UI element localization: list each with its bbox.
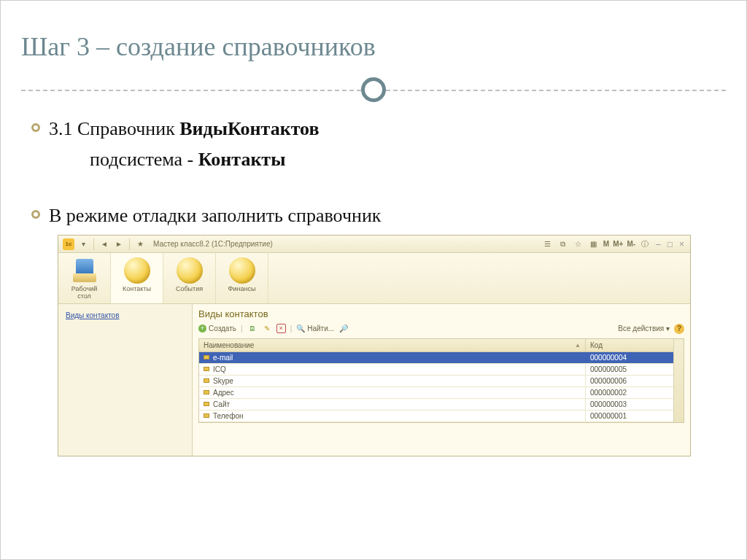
sphere-icon [229,257,255,284]
nav-contacts[interactable]: Контакты [111,253,163,303]
sphere-icon [124,257,150,284]
bullet-2: В режиме отладки заполнить справочник [49,203,381,229]
clear-search-icon[interactable]: 🔎 [338,324,349,334]
item-icon [204,355,209,359]
toolbar-icon[interactable]: ☆ [573,238,584,250]
table-row[interactable]: Skype000000006 [199,376,673,387]
section-tabs: Рабочий стол Контакты События Финансы [58,253,690,304]
nav-finance[interactable]: Финансы [216,253,268,303]
toolbar-icon[interactable]: ▦ [588,238,600,250]
toolbar-icon[interactable]: ☰ [542,238,554,250]
divider [21,82,726,97]
edit-icon[interactable]: ✎ [262,324,272,334]
favorite-icon[interactable]: ★ [134,238,146,250]
table-row[interactable]: Телефон000000001 [199,411,673,422]
titlebar: 1c ▾ ◄ ► ★ Мастер класс8.2 (1С:Предприят… [58,236,690,253]
nav-events[interactable]: События [163,253,216,303]
create-button[interactable]: + Создать [198,324,236,332]
help-icon[interactable]: ? [674,324,684,334]
item-icon [204,378,209,383]
copy-icon[interactable]: 🗎 [247,324,258,334]
table-row[interactable]: Сайт000000003 [199,399,673,411]
info-icon[interactable]: ⓘ [639,238,651,250]
sidebar-link-contact-types[interactable]: Виды контактов [66,311,120,319]
item-icon [204,367,209,371]
search-icon: 🔍 [296,324,305,332]
plus-icon: + [198,324,206,332]
nav-desktop[interactable]: Рабочий стол [58,253,111,303]
toolbar-icon[interactable]: ⧉ [557,238,569,250]
data-grid: Наименование ▲ Код e-mail000000004ICQ000… [198,338,684,423]
sidebar: Виды контактов [58,304,193,456]
panel-toolbar: + Создать | 🗎 ✎ × | 🔍 Найти... 🔎 Все дей… [198,322,684,338]
app-logo-icon: 1c [63,238,74,250]
desktop-icon [71,257,98,284]
sort-asc-icon: ▲ [575,342,581,349]
bullet-icon [31,123,40,132]
dropdown-icon[interactable]: ▾ [77,238,89,250]
panel-title: Виды контактов [198,308,684,319]
sphere-icon [177,257,203,284]
column-header-code[interactable]: Код [586,339,673,351]
close-icon[interactable]: × [678,239,686,249]
vertical-scrollbar[interactable] [673,339,684,422]
table-row[interactable]: ICQ000000005 [199,364,673,376]
back-icon[interactable]: ◄ [98,238,110,250]
minimize-icon[interactable]: – [654,239,662,249]
forward-icon[interactable]: ► [113,238,125,250]
main-panel: Виды контактов + Создать | 🗎 ✎ × | 🔍 Най… [193,304,690,456]
table-row[interactable]: e-mail000000004 [199,352,673,364]
delete-icon[interactable]: × [276,324,286,333]
column-header-name[interactable]: Наименование ▲ [199,339,586,351]
item-icon [204,390,209,394]
find-button[interactable]: 🔍 Найти... [296,324,334,332]
bullet-1: 3.1 Справочник ВидыКонтактов [49,116,319,142]
table-row[interactable]: Адрес000000002 [199,387,673,399]
m-minus-button[interactable]: М- [627,240,635,248]
m-plus-button[interactable]: М+ [613,240,623,248]
window-title: Мастер класс8.2 (1С:Предприятие) [153,240,273,248]
m-button[interactable]: М [603,240,609,248]
bullet-icon [31,210,40,219]
app-window: 1c ▾ ◄ ► ★ Мастер класс8.2 (1С:Предприят… [58,235,691,456]
maximize-icon[interactable]: □ [666,239,674,249]
slide-title: Шаг 3 – создание справочников [21,31,726,62]
item-icon [204,402,209,406]
item-icon [204,413,209,418]
bullet-1-sub: подсистема - Контакты [90,147,285,173]
all-actions-button[interactable]: Все действия ▾ [618,324,670,332]
